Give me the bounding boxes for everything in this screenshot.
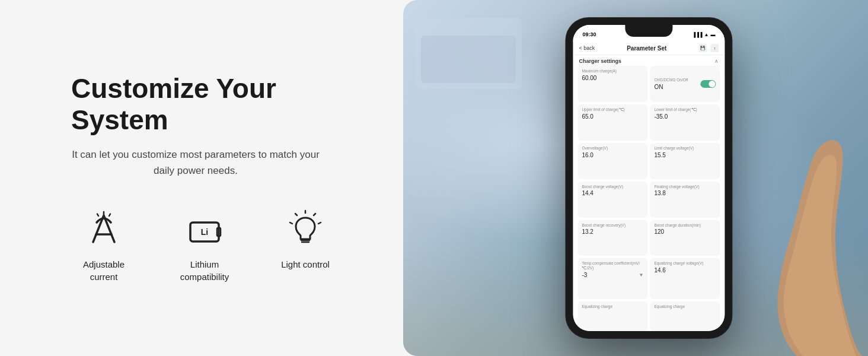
section-title: Charger settings	[579, 58, 621, 64]
settings-grid: Maximum charge(A) 60.00 CHG/DCMG On/Off …	[573, 66, 725, 331]
subtitle: It can let you customize most parameters…	[71, 147, 320, 179]
current-icon	[82, 208, 125, 251]
nav-title: Parameter Set	[627, 45, 666, 52]
feature-label-lithium: Lithiumcompatibility	[180, 258, 229, 283]
nav-bar: < back Parameter Set 💾 ↑	[573, 42, 725, 55]
phone-notch	[625, 25, 672, 37]
status-time: 09:30	[582, 31, 596, 37]
main-title: Customize Your System	[71, 73, 356, 136]
feature-light: Light control	[273, 208, 338, 271]
left-section: Customize Your System It can let you cus…	[0, 0, 403, 356]
setting-temp-comp: Temp.compensate coefficient(mV/℃/2V) -3 …	[577, 258, 647, 299]
setting-equalizing-v: Equalizing charge voltage(V) 14.6	[650, 258, 720, 299]
setting-max-charge: Maximum charge(A) 60.00	[577, 66, 647, 102]
battery-icon: Li	[183, 208, 226, 251]
setting-chg-toggle: CHG/DCMG On/Off ON	[650, 66, 720, 102]
section-header: Charger settings ∧	[573, 55, 725, 66]
svg-line-8	[295, 214, 297, 215]
feature-label-current: Adjustablecurrent	[83, 258, 125, 283]
setting-boost-recovery: Boost charge recovery(V) 13.2	[577, 220, 647, 256]
phone-device: 09:30 ▐▐▐ ▲ ▬ < back Parameter Set 💾 ↑	[566, 18, 732, 338]
svg-line-6	[314, 214, 315, 215]
feature-lithium: Li Lithiumcompatibility	[172, 208, 237, 283]
nav-back-button[interactable]: < back	[579, 45, 595, 51]
bulb-icon	[284, 208, 327, 251]
svg-line-9	[290, 223, 292, 224]
battery-status-icon: ▬	[710, 32, 715, 37]
dropdown-arrow[interactable]: ▼	[639, 272, 643, 278]
feature-adjustable-current: Adjustablecurrent	[71, 208, 136, 283]
signal-icon: ▐▐▐	[692, 32, 702, 37]
wifi-icon: ▲	[704, 32, 709, 37]
nav-actions: 💾 ↑	[698, 44, 719, 52]
setting-lower-charge: Lower limit of charge(℃) -35.0	[650, 104, 720, 141]
setting-upper-charge: Upper limit of charge(℃) 65.0	[577, 104, 647, 141]
toggle-knob	[709, 81, 715, 87]
svg-text:Li: Li	[201, 227, 208, 237]
save-icon[interactable]: 💾	[698, 44, 707, 52]
feature-label-light: Light control	[281, 258, 330, 271]
hand-overlay	[749, 59, 868, 356]
setting-equalizing-2: Equalizing charge	[650, 301, 720, 331]
status-icons: ▐▐▐ ▲ ▬	[692, 32, 715, 37]
phone-container: 09:30 ▐▐▐ ▲ ▬ < back Parameter Set 💾 ↑	[566, 18, 732, 338]
setting-floating-v: Floating charge voltage(V) 13.8	[650, 182, 720, 218]
setting-boost-v: Boost charge voltage(V) 14.4	[577, 182, 647, 218]
setting-equalizing-1: Equalizing charge	[577, 301, 647, 331]
phone-screen: 09:30 ▐▐▐ ▲ ▬ < back Parameter Set 💾 ↑	[573, 25, 725, 331]
features-row: Adjustablecurrent Li Lithiumcompatibilit…	[71, 208, 338, 283]
share-icon[interactable]: ↑	[710, 44, 719, 52]
svg-line-7	[318, 223, 321, 224]
toggle-on-off[interactable]	[700, 80, 716, 88]
section-collapse-icon[interactable]: ∧	[714, 58, 719, 64]
setting-boost-duration: Boost charge duration(min) 120	[650, 220, 720, 256]
setting-limit-charge-v: Limit charge voltage(V) 15.5	[650, 143, 720, 179]
right-section: 09:30 ▐▐▐ ▲ ▬ < back Parameter Set 💾 ↑	[403, 0, 868, 356]
setting-overvoltage: Overvoltage(V) 16.0	[577, 143, 647, 179]
